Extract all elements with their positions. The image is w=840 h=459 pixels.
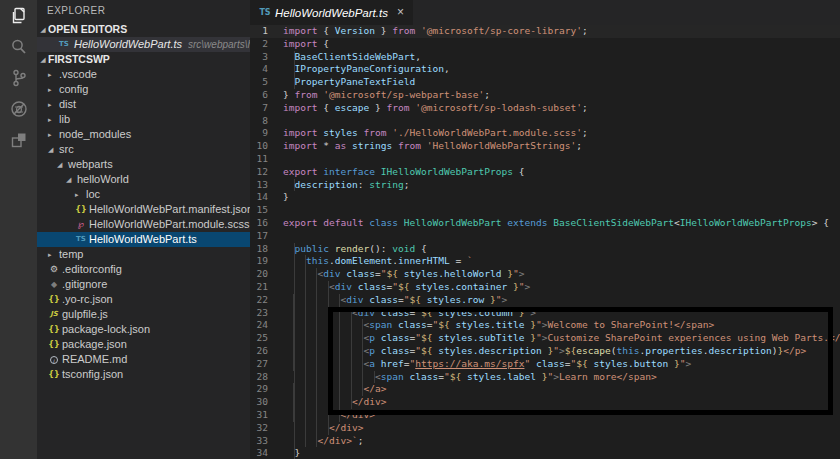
tree-item-label: HelloWorldWebPart.module.scss	[89, 217, 249, 232]
tree-item-helloworld[interactable]: ◢helloWorld	[37, 172, 250, 187]
tab-bar: TS HelloWorldWebPart.ts ×	[250, 0, 840, 25]
code-area: 1import { Version } from '@microsoft/sp-…	[250, 25, 840, 459]
line-number: 25	[250, 332, 268, 345]
code-line[interactable]: 4IPropertyPaneConfiguration,	[250, 63, 840, 76]
code-line[interactable]: 29</a>	[250, 383, 840, 396]
tab-helloworldwebpart-ts[interactable]: TS HelloWorldWebPart.ts ×	[250, 0, 413, 25]
source-control-icon[interactable]	[0, 62, 37, 93]
debug-icon[interactable]	[0, 93, 37, 124]
indent-guides	[283, 76, 295, 89]
code-line[interactable]: 11	[250, 153, 840, 166]
code-line[interactable]: 7import { escape } from '@microsoft/sp-l…	[250, 102, 840, 115]
tree-item-node-modules[interactable]: ▸node_modules	[37, 127, 250, 142]
tree-item-package-json[interactable]: {}package.json	[37, 337, 250, 352]
code-line[interactable]: 15	[250, 204, 840, 217]
tree-item--vscode[interactable]: ▸.vscode	[37, 67, 250, 82]
close-icon[interactable]: ×	[397, 0, 404, 25]
open-editors-header[interactable]: ◢ OPEN EDITORS	[37, 22, 250, 37]
tree-item-label: src	[59, 142, 74, 157]
explorer-sidebar: EXPLORER ◢ OPEN EDITORS TS HelloWorldWeb…	[37, 0, 250, 459]
code-line[interactable]: 17	[250, 230, 840, 243]
code-line[interactable]: 2import {	[250, 38, 840, 51]
indent-guides	[283, 371, 375, 384]
code-line[interactable]: 1import { Version } from '@microsoft/sp-…	[250, 25, 840, 38]
indent-guides	[283, 63, 295, 76]
code-line[interactable]: 8	[250, 115, 840, 128]
code-line[interactable]: 22<div class="${ styles.row }">	[250, 294, 840, 307]
tree-item-helloworldwebpart-ts[interactable]: TSHelloWorldWebPart.ts	[37, 232, 250, 247]
code-line[interactable]: 34}	[250, 447, 840, 459]
project-section-header[interactable]: ◢ FIRSTCSWP	[37, 52, 250, 67]
tree-item--yo-rc-json[interactable]: {}.yo-rc.json	[37, 292, 250, 307]
code-line[interactable]: 20<div class="${ styles.helloWorld }">	[250, 268, 840, 281]
search-icon[interactable]	[0, 31, 37, 62]
code-line[interactable]: 12export interface IHelloWorldWebPartPro…	[250, 166, 840, 179]
code-line[interactable]: 23<div class="${ styles.column }">	[250, 307, 840, 320]
code-line[interactable]: 16export default class HelloWorldWebPart…	[250, 217, 840, 230]
line-number: 16	[250, 217, 268, 230]
files-icon[interactable]	[0, 0, 37, 31]
indent-guides	[283, 51, 295, 64]
tree-item-label: package-lock.json	[62, 322, 150, 337]
code-line[interactable]: 32</div>	[250, 422, 840, 435]
line-number: 32	[250, 422, 268, 435]
tree-item-label: gulpfile.js	[62, 307, 108, 322]
json-file-icon: {}	[48, 322, 60, 337]
tree-item--gitignore[interactable]: ◆.gitignore	[37, 277, 250, 292]
tree-item-label: README.md	[62, 352, 127, 367]
code-line[interactable]: 24<span class="${ styles.title }">Welcom…	[250, 319, 840, 332]
line-number: 13	[250, 179, 268, 192]
code-line[interactable]: 25<p class="${ styles.subTitle }">Custom…	[250, 332, 840, 345]
line-number: 11	[250, 153, 268, 166]
code-line[interactable]: 10import * as strings from 'HelloWorldWe…	[250, 140, 840, 153]
line-number: 10	[250, 140, 268, 153]
tree-item-config[interactable]: ▸config	[37, 82, 250, 97]
code-line[interactable]: 21<div class="${ styles.container }">	[250, 281, 840, 294]
json-file-icon: {}	[75, 202, 87, 217]
code-line[interactable]: 27<a href="https://aka.ms/spfx" class="$…	[250, 358, 840, 371]
code-line-content: <a href="https://aka.ms/spfx" class="${ …	[283, 358, 691, 371]
indent-guides	[283, 255, 306, 268]
tree-item-temp[interactable]: ▸temp	[37, 247, 250, 262]
tree-item-label: .gitignore	[62, 277, 107, 292]
code-line[interactable]: 13description: string;	[250, 179, 840, 192]
tree-item-package-lock-json[interactable]: {}package-lock.json	[37, 322, 250, 337]
extensions-icon[interactable]	[0, 124, 37, 155]
code-line[interactable]: 30</div>	[250, 396, 840, 409]
line-number: 26	[250, 345, 268, 358]
code-line[interactable]: 18public render(): void {	[250, 243, 840, 256]
code-line[interactable]: 6} from '@microsoft/sp-webpart-base';	[250, 89, 840, 102]
tree-item-tsconfig-json[interactable]: {}tsconfig.json	[37, 367, 250, 382]
tree-item-dist[interactable]: ▸dist	[37, 97, 250, 112]
tree-item-loc[interactable]: ▸loc	[37, 187, 250, 202]
code-editor[interactable]: 1import { Version } from '@microsoft/sp-…	[250, 25, 840, 459]
code-line[interactable]: 28<span class="${ styles.label }">Learn …	[250, 371, 840, 384]
tree-item-lib[interactable]: ▸lib	[37, 112, 250, 127]
tree-item--editorconfig[interactable]: ⚙.editorconfig	[37, 262, 250, 277]
code-line[interactable]: 31</div>	[250, 409, 840, 422]
code-line-content: export default class HelloWorldWebPart e…	[283, 217, 829, 230]
tree-item-helloworldwebpart-module-scss[interactable]: ℘HelloWorldWebPart.module.scss	[37, 217, 250, 232]
tree-item-readme-md[interactable]: iREADME.md	[37, 352, 250, 367]
code-line[interactable]: 9import styles from './HelloWorldWebPart…	[250, 127, 840, 140]
chevron-collapsed-icon: ▸	[48, 82, 57, 97]
code-line[interactable]: 19this.domElement.innerHTML = `	[250, 255, 840, 268]
code-line[interactable]: 26<p class="${ styles.description }">${e…	[250, 345, 840, 358]
code-line[interactable]: 5PropertyPaneTextField	[250, 76, 840, 89]
code-line[interactable]: 33</div>`;	[250, 435, 840, 448]
code-line-content: this.domElement.innerHTML = `	[283, 255, 473, 268]
chevron-collapsed-icon: ▸	[48, 247, 57, 262]
tree-item-src[interactable]: ◢src	[37, 142, 250, 157]
tree-item-webparts[interactable]: ◢webparts	[37, 157, 250, 172]
chevron-expanded-icon: ◢	[57, 157, 66, 172]
tree-item-helloworldwebpart-manifest-json[interactable]: {}HelloWorldWebPart.manifest.json	[37, 202, 250, 217]
chevron-expanded-icon: ◢	[38, 52, 48, 67]
indent-guides	[283, 281, 329, 294]
tree-item-label: webparts	[68, 157, 113, 172]
tree-item-gulpfile-js[interactable]: JSgulpfile.js	[37, 307, 250, 322]
indent-guides	[283, 435, 318, 448]
code-line[interactable]: 3BaseClientSideWebPart,	[250, 51, 840, 64]
line-number: 6	[250, 89, 268, 102]
code-line[interactable]: 14}	[250, 191, 840, 204]
open-editor-item[interactable]: TS HelloWorldWebPart.ts src\webparts\hel…	[37, 37, 250, 52]
